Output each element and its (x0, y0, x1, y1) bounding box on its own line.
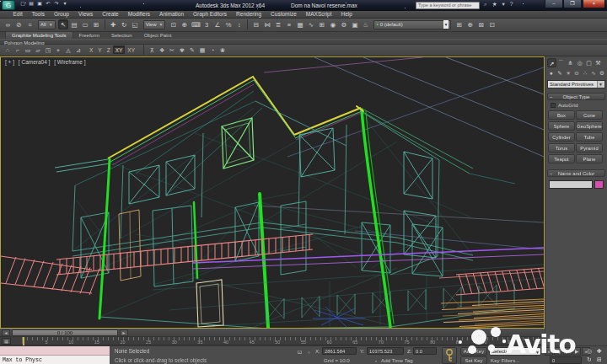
render-production-icon[interactable]: ♨ (361, 19, 371, 29)
object-name-input[interactable] (549, 180, 593, 189)
attach-icon[interactable]: ❖ (157, 46, 167, 55)
time-slider[interactable]: ◄ 0 / 100 ► (0, 329, 545, 337)
prev-frame-arrow[interactable]: ◄ (2, 329, 10, 336)
reference-coordinate-combo[interactable]: View▼ (143, 20, 166, 29)
align-icon[interactable]: ≣ (273, 19, 283, 29)
polygon-mode-icon[interactable]: ▱ (33, 46, 43, 55)
generate-topology-icon[interactable]: ❀ (218, 46, 228, 55)
geometry-icon[interactable]: ● (547, 69, 556, 78)
select-scale-icon[interactable]: ◱ (130, 19, 140, 29)
lights-icon[interactable]: ☀ (564, 69, 572, 78)
create-layer-icon[interactable]: ⊞ (454, 19, 465, 29)
angle-snap-icon[interactable]: ∠ (212, 19, 223, 29)
minimize-button[interactable]: – (545, 0, 563, 8)
spinner-snap-icon[interactable]: ↕ (234, 19, 244, 29)
play-icon[interactable]: ▶ (563, 347, 572, 356)
maxscript-mini-listener[interactable]: Max to Physc (0, 346, 110, 364)
polygon-modeling-panel-header[interactable]: Polygon Modeling (0, 39, 607, 45)
search-icon[interactable]: ⌕ (484, 0, 487, 8)
camera-viewport[interactable]: [ + ] [ Camera04 ] [ Wireframe ] (0, 56, 545, 329)
systems-icon[interactable]: ⚙ (598, 69, 606, 78)
select-objects-in-layer-icon[interactable]: ⊠ (476, 19, 486, 29)
favorites-icon[interactable]: ▾ (502, 0, 504, 8)
viewport-pov-menu[interactable]: [ Camera04 ] (19, 59, 51, 65)
preview-icon[interactable]: ◬ (63, 46, 73, 55)
swift-loop-icon[interactable]: ✾ (177, 46, 187, 55)
autogrid-checkbox[interactable]: AutoGrid (551, 103, 578, 108)
viewport-general-menu[interactable]: [ + ] (5, 59, 14, 65)
maximize-button[interactable]: ❐ (563, 0, 582, 8)
absolute-mode-icon[interactable]: ⊡ (296, 347, 304, 356)
material-editor-icon[interactable]: ◉ (328, 19, 338, 29)
z-coordinate-field[interactable]: 0.0 (413, 347, 437, 355)
vertex-mode-icon[interactable]: ∴ (3, 46, 13, 55)
paint-connect-icon[interactable]: ✎ (187, 46, 197, 55)
macro-recorder-pane[interactable] (0, 346, 110, 356)
schematic-view-icon[interactable]: ⊞ (317, 19, 327, 29)
space-warps-icon[interactable]: ∿ (589, 69, 598, 78)
quadrify-icon[interactable]: ▦ (197, 46, 207, 55)
cameras-icon[interactable]: ⊙ (572, 69, 581, 78)
set-key-button[interactable]: Set Key (460, 356, 487, 364)
render-setup-icon[interactable]: ⚙ (339, 19, 349, 29)
go-to-start-icon[interactable]: « (545, 347, 553, 356)
collapse-icon[interactable]: ⊼ (147, 46, 157, 55)
rendered-frame-icon[interactable]: ▣ (350, 19, 360, 29)
open-file-icon[interactable]: ▤ (27, 0, 35, 8)
redo-icon[interactable]: ↷ (52, 0, 61, 8)
new-scene-icon[interactable]: ▢ (19, 0, 27, 8)
set-keys-button[interactable] (442, 347, 457, 364)
shapes-icon[interactable]: ✎ (556, 69, 564, 78)
create-tab-icon[interactable]: ↗ (547, 58, 556, 67)
selection-set-combo[interactable]: Selected ▼ (489, 347, 541, 356)
orbit-icon[interactable]: ↻ (584, 356, 594, 364)
application-button[interactable]: Ǵ (2, 0, 15, 10)
next-frame-arrow[interactable]: ► (120, 329, 128, 336)
maximize-viewport-icon[interactable]: ⊞ (594, 356, 604, 364)
element-mode-icon[interactable]: ◳ (43, 46, 53, 55)
set-current-layer-icon[interactable]: ⊡ (487, 19, 497, 29)
modifier-icon[interactable]: ⊿ (73, 46, 83, 55)
slice-icon[interactable]: ✂ (167, 46, 177, 55)
time-slider-handle[interactable]: 0 / 100 (12, 329, 118, 336)
use-pivot-center-icon[interactable]: ⊡ (169, 19, 179, 29)
communication-center-icon[interactable]: ★ (492, 0, 497, 8)
x-coordinate-field[interactable]: 2861.584 (322, 347, 357, 355)
select-move-icon[interactable]: ✚ (108, 19, 118, 29)
current-frame-field[interactable]: 0 (550, 356, 582, 364)
key-filters-link[interactable]: Key Filters... (491, 357, 519, 363)
motion-tab-icon[interactable]: ◎ (575, 58, 584, 67)
hierarchy-tab-icon[interactable]: ⋔ (566, 58, 575, 67)
rectangular-selection-icon[interactable]: ▭ (80, 19, 90, 29)
auto-key-button[interactable]: Auto Key (460, 347, 487, 356)
ribbon-toggle-icon[interactable]: ▦ (295, 19, 305, 29)
transform-typein-icon[interactable]: ⁘ (305, 347, 314, 356)
object-type-rollout[interactable]: − Object Type (547, 93, 605, 100)
project-folder-icon[interactable]: ▾ (61, 0, 69, 8)
edge-mode-icon[interactable]: ⌐ (13, 46, 23, 55)
keyboard-override-icon[interactable]: ⌨ (191, 19, 201, 29)
select-object-icon[interactable]: ↖ (58, 19, 68, 29)
layer-combo[interactable]: ▪ 0 (default) ▼ (373, 20, 451, 29)
border-mode-icon[interactable]: ▭ (23, 46, 33, 55)
display-tab-icon[interactable]: ▢ (584, 58, 594, 67)
percent-snap-icon[interactable]: % (223, 19, 234, 29)
select-and-link-icon[interactable]: ∞ (3, 19, 13, 29)
helpers-icon[interactable]: ∴ (581, 69, 589, 78)
object-class-combo[interactable]: Standard Primitives ▼ (547, 80, 605, 88)
help-icon[interactable]: ? (510, 0, 513, 8)
selection-filter-combo[interactable]: All▼ (38, 20, 56, 29)
unlink-selection-icon[interactable]: ⊘ (14, 19, 24, 29)
select-by-name-icon[interactable]: ▤ (69, 19, 79, 29)
mini-curve-editor-button[interactable]: ▦ (2, 338, 11, 345)
bind-space-warp-icon[interactable]: ≈ (25, 19, 35, 29)
pan-hand-icon[interactable]: ✚ (594, 347, 604, 356)
listener-pane[interactable]: Max to Physc (0, 356, 110, 364)
infocenter-search-input[interactable]: Type a keyword or phrase (416, 2, 480, 9)
undo-icon[interactable]: ↶ (44, 0, 52, 8)
modify-tab-icon[interactable]: ⌒ (556, 58, 566, 67)
zoom-icon[interactable]: ◎ (584, 347, 594, 356)
window-crossing-icon[interactable]: ⊞ (91, 19, 101, 29)
layer-manager-icon[interactable]: ≡ (284, 19, 294, 29)
close-button[interactable]: × (583, 0, 605, 8)
